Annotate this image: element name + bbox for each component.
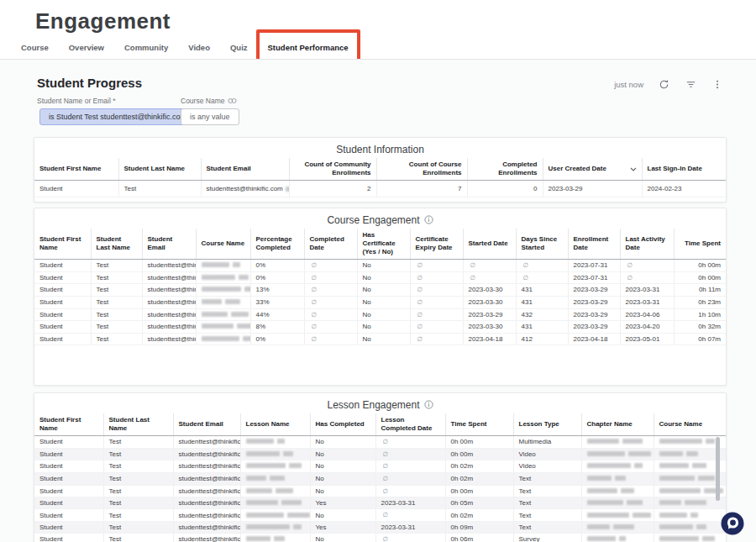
column-header[interactable]: Student Email	[201, 158, 289, 181]
table-cell: 2023-03-29	[568, 321, 620, 334]
info-icon[interactable]	[424, 400, 433, 409]
table-cell	[240, 497, 310, 509]
column-header[interactable]: Count of Course Enrollments	[376, 158, 467, 181]
column-header[interactable]: Student Last Name	[103, 413, 173, 436]
sort-desc-icon	[630, 167, 637, 171]
table-cell: 0	[467, 181, 543, 197]
table-cell: No	[357, 296, 410, 308]
column-header[interactable]: Time Spent	[445, 413, 513, 436]
column-header[interactable]: Has Certificate (Yes / No)	[357, 229, 410, 260]
column-header[interactable]: Time Spent	[674, 229, 726, 260]
tab-overview[interactable]: Overview	[67, 39, 106, 55]
table-row: StudentTeststudenttest@thinkific.c...No∅…	[34, 472, 726, 485]
table-cell	[240, 448, 310, 460]
redacted-text	[244, 287, 251, 292]
redacted-text	[202, 324, 234, 329]
column-header[interactable]: Percentage Completed	[250, 229, 304, 260]
tab-community[interactable]: Community	[123, 39, 170, 55]
table-scrollbar[interactable]	[716, 437, 720, 501]
redacted-text	[692, 463, 706, 468]
column-header[interactable]: Last Sign-In Date	[642, 158, 726, 181]
null-value: ∅	[381, 450, 389, 458]
info-icon[interactable]	[424, 215, 433, 224]
column-header[interactable]: Student Email	[173, 413, 240, 436]
table-cell: Student	[34, 321, 91, 334]
table-row: StudentTeststudenttest@thin...0%∅No∅∅∅20…	[34, 260, 726, 272]
table-cell: 2023-03-30	[463, 284, 516, 297]
table-cell: studenttest@thin...	[142, 321, 196, 334]
redacted-text	[202, 287, 241, 292]
redacted-text	[659, 488, 701, 493]
column-header[interactable]: Student First Name	[34, 229, 91, 260]
redacted-text	[225, 299, 240, 304]
student-filter-chip[interactable]: is Student Test studenttest@thinkific.co…	[39, 108, 196, 125]
column-header[interactable]: Started Date	[463, 229, 516, 260]
column-header[interactable]: Days Since Started	[516, 229, 568, 260]
filter-icon[interactable]	[684, 77, 697, 91]
table-cell: ∅	[620, 271, 674, 284]
kebab-menu-icon[interactable]	[711, 77, 724, 91]
table-cell: Student	[34, 271, 91, 284]
table-cell: 0h 02m	[445, 460, 513, 473]
column-header[interactable]: Count of Community Enrollments	[289, 158, 376, 181]
redacted-text	[698, 476, 715, 481]
table-cell: 431	[516, 296, 568, 308]
column-header[interactable]: Lesson Name	[240, 413, 310, 436]
column-header[interactable]: Chapter Name	[581, 413, 654, 436]
table-cell: 431	[516, 284, 568, 297]
table-cell: 2023-03-29	[463, 308, 516, 321]
tab-video[interactable]: Video	[186, 39, 212, 55]
column-header[interactable]: Course Name	[196, 229, 250, 260]
null-value: ∅	[381, 511, 389, 518]
table-cell: studenttest@thinkific.c...	[173, 436, 240, 449]
column-header[interactable]: Student First Name	[34, 413, 103, 436]
table-cell: 0h 02m	[445, 509, 513, 522]
tab-quiz[interactable]: Quiz	[228, 39, 249, 55]
tab-label: Quiz	[230, 43, 248, 52]
refresh-icon[interactable]	[657, 77, 670, 91]
column-header[interactable]: Course Name	[654, 413, 726, 436]
table-cell: Student	[34, 497, 103, 509]
table-cell	[196, 333, 250, 345]
redacted-text	[277, 439, 285, 444]
chat-widget-button[interactable]	[721, 512, 744, 535]
table-cell: 2023-04-06	[620, 308, 674, 321]
column-header[interactable]: Has Completed	[310, 413, 375, 436]
tab-course[interactable]: Course	[19, 39, 50, 55]
tab-student-performance[interactable]: Student Performance	[266, 39, 350, 55]
table-cell: Test	[103, 472, 173, 485]
table-cell: 0h 02m	[445, 472, 513, 485]
table-cell: studenttest@thin...	[142, 296, 196, 308]
table-cell: 0h 00m	[445, 485, 513, 497]
table-cell: Student	[34, 534, 103, 542]
table-cell: Video	[513, 460, 581, 473]
table-cell: 7	[376, 181, 467, 197]
table-cell	[196, 308, 250, 321]
column-header[interactable]: Student Last Name	[91, 229, 142, 260]
table-cell	[240, 509, 310, 522]
table-cell	[240, 521, 310, 533]
column-header[interactable]: Enrollment Date	[568, 229, 620, 260]
course-filter-label: Course Name	[181, 97, 237, 105]
column-header[interactable]: Completed Date	[304, 229, 357, 260]
redacted-text	[246, 488, 272, 493]
course-filter-chip[interactable]: is any value	[181, 108, 239, 125]
column-header[interactable]: Certificate Expiry Date	[410, 229, 463, 260]
column-header[interactable]: Completed Enrollments	[467, 158, 543, 181]
column-header[interactable]: Lesson Type	[513, 413, 581, 436]
table-cell: ∅	[304, 284, 357, 297]
table-cell: No	[357, 321, 410, 334]
column-header[interactable]: Student First Name	[34, 158, 118, 181]
column-header[interactable]: User Created Date	[543, 158, 642, 181]
redacted-text	[587, 476, 612, 481]
column-header[interactable]: Last Activity Date	[620, 229, 674, 260]
column-header[interactable]: Lesson Completed Date	[375, 413, 445, 436]
table-cell: 2023-03-31	[375, 497, 445, 509]
column-header[interactable]: Student Last Name	[118, 158, 201, 181]
table-cell: 2024-02-23	[642, 181, 726, 197]
column-header[interactable]: Student Email	[142, 229, 196, 260]
table-cell: ∅	[410, 271, 463, 284]
redacted-text	[659, 451, 683, 456]
table-cell: ∅	[304, 296, 357, 308]
table-title: Lesson Engagement	[327, 399, 419, 411]
